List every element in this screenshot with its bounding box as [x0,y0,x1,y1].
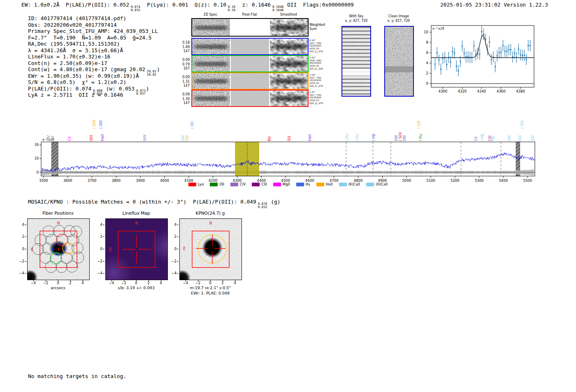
y-tick-label: −4 [169,271,177,275]
pixel-flat-image [231,19,269,36]
legend-label: OII [219,182,224,186]
info-line: Cont(n) = 2.50(±0.09)e-17 [28,60,160,67]
emission-line-label: CIV [47,135,51,141]
aperture-stats: 0.181.49147 [176,41,190,54]
emission-line-label: CIV [186,135,189,141]
y-tick-label: −4 [95,271,102,275]
clean-image-title: Clean Image x, y: 427, 720 [374,14,423,23]
twod-row: 0.091.301471.47"(427, 720)20220206v020_0… [191,90,309,107]
compass-east: E [109,247,111,252]
info-line: LineFlux = 1.70(±0.32)e-16 [28,53,160,60]
legend-swatch [252,183,260,186]
smoothed-image [270,39,308,54]
x-tick-mark [210,280,211,282]
text-segment: F=2.7" T=0.190 N̄=1.09 A=0.85 ḡ=24.5 [28,35,151,41]
lineflux-title: Lineflux Map [105,211,167,216]
emission-line-label: ( OII [190,121,194,129]
emission-line-label: ( SiIV [93,120,96,129]
compass-east: E [183,246,186,251]
x-tick-label: 4320 [458,89,467,93]
compass-north: N [135,221,138,225]
full-spectrum-chart: 3500360037003800390040004100420043004400… [35,109,549,191]
x-tick-label: 4380 [516,89,525,93]
emission-line-label: Hβ [491,136,495,141]
fiber-positions-title: Fiber Positions [27,211,89,216]
emission-line-label: CII [474,137,478,141]
aperture-stats: 0.091.30147 [176,93,190,106]
twod-spec-image [192,73,230,89]
footer-line: No matching targets in catalog. [28,373,126,380]
fiber-positions-image: NE [27,218,90,280]
x-tick-mark [161,280,161,282]
y-tick-label: 2 [169,234,177,239]
info-line: Obs: 20220206v020_4017797414 [28,22,160,28]
text-segment: ) [146,86,149,92]
emission-line-label: ( SiIV [399,132,402,141]
legend-item: Lyα [188,182,204,186]
smoothed-image [270,73,308,89]
x-tick-label: 4360 [497,89,506,93]
y-tick-label: 0 [37,170,39,174]
stacked-uncertainty: 0.100.10 [228,5,235,12]
twod-column-header: Smoothed [269,13,308,16]
emission-line-label: CII [68,137,72,141]
emission-line-label: ( Hγ [419,134,423,141]
twod-spec-image [192,39,230,54]
clean-image-title-text: Clean Image [374,14,423,19]
emission-line-label: SiIV [143,135,147,141]
x-tick-mark [70,280,71,282]
aperture-stats: 0.090.79167 [176,58,190,71]
stacked-uncertainty: 0.0730.037 [136,89,146,96]
y-tick-label: −2 [95,259,102,263]
emission-line-label: OIII [181,135,185,141]
emission-line-label: OIII [531,135,535,141]
legend-item: CIII [252,182,267,186]
y-tick-mark [103,225,105,225]
text-segment: EW: 1.0±0.2Å P(LAE)/P(OII): 0.052 [21,2,129,8]
twod-row: 0.090.791671.43"(428, 536)20220206v020_0… [191,55,309,72]
text-segment: Primary Spec_Slot_IFU_AMP: 424_039_053_L… [28,28,158,34]
twod-row: 0.181.491470.16"(427, 720)20220206v020_0… [191,38,309,55]
spectral-trace [192,79,230,83]
text-segment: Cont(n) = 2.50(±0.09)e-17 [28,60,107,66]
timestamp: 2025-01-05 23:31:02 Version 1.22.3 [440,2,548,8]
stacked-uncertainty: 0.16460.1646 [272,5,283,12]
emission-line-label: OVI [90,135,93,141]
y-tick-mark [103,237,105,237]
y-tick-label: 4 [169,223,177,227]
y-tick-label: −2 [17,259,24,263]
plot-frame [431,26,534,87]
y-tick-mark [177,225,179,225]
emission-line-label: OIII [508,135,511,141]
info-line: EWr = 1.90(±0.35) (w: 0.99(±0.19))Å [28,73,160,79]
legend-label: MgII [283,182,290,186]
zero-band [41,172,535,173]
fiber-id-label: 1.47"(427, 720)20220206v020_07424_LL_078 [309,91,323,105]
y-tick-label: 2 [95,234,102,239]
elixer-report-page: EW: 1.0±0.2Å P(LAE)/P(OII): 0.0520.0740.… [0,0,576,392]
compass-north: N [57,221,60,225]
legend-swatch [273,183,281,186]
y-tick-mark [177,273,179,274]
y-tick-label: 10 [35,156,39,160]
legend-swatch [296,183,304,186]
x-tick-mark [33,280,34,282]
legend-label: Lyα [198,182,204,186]
legend-label: CIII [261,182,267,186]
text-segment: z: 0.1646 [236,2,271,8]
twod-row: WeightedSum [191,18,309,37]
mosaic-kpno-line: MOSAIC/KPNO : Possible Matches = 0 (with… [28,199,280,209]
spectral-trace [270,25,308,31]
with-sky-image [341,26,371,97]
x-tick-mark [198,280,198,282]
spectral-trace [270,96,308,102]
info-line: ID: 4017797414 (4017797414.pdf) [28,15,160,22]
text-segment: OII Flags:0x00000009 [284,2,354,8]
info-line: P(LAE)/P(OII): 0.0740.0980.056 (w: 0.053… [28,86,160,92]
text-segment: (g) [268,199,281,205]
y-tick-mark [103,261,105,262]
spectral-trace [192,62,230,66]
text-segment: MOSAIC/KPNO : Possible Matches = 0 (with… [28,199,256,205]
stacked-uncertainty: 0.0740.035 [131,5,140,12]
emission-line-label: SiII [288,136,291,141]
